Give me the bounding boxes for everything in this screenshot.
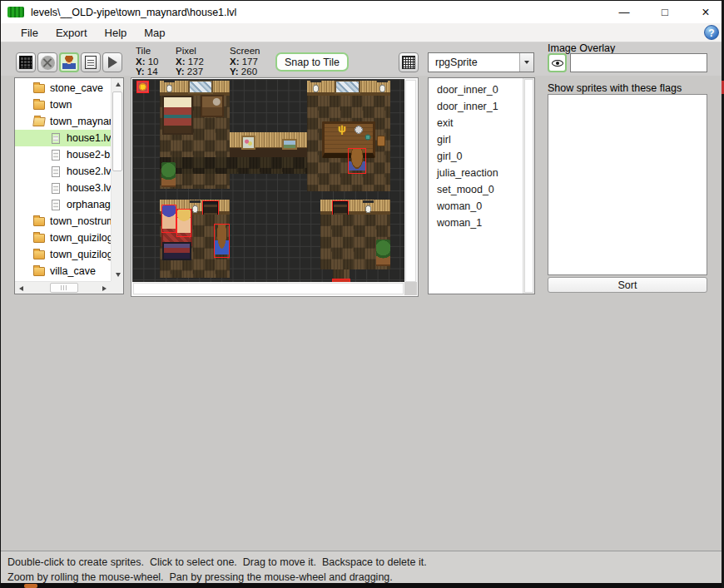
tree-item-house2-lvl[interactable]: house2.lvl bbox=[15, 163, 111, 180]
status-line-1: Double-click to create sprites. Click to… bbox=[7, 551, 724, 568]
coord-header: Screen bbox=[230, 46, 270, 57]
toolbar: TileX: 10Y: 14PixelX: 172Y: 237ScreenX: … bbox=[1, 42, 724, 76]
close-button[interactable]: × bbox=[699, 5, 712, 20]
sprite-item-door_inner_1[interactable]: door_inner_1 bbox=[429, 98, 523, 115]
scroll-right-button[interactable] bbox=[98, 282, 111, 294]
sprite-type-value: rpgSprite bbox=[435, 57, 519, 68]
coord-header: Pixel bbox=[176, 46, 230, 57]
scroll-up-button[interactable] bbox=[112, 78, 124, 91]
tree-item-house3-lvl[interactable]: house3.lvl bbox=[15, 180, 111, 196]
map-horizontal-scrollbar[interactable] bbox=[132, 282, 404, 295]
scroll-down-button[interactable] bbox=[112, 269, 124, 281]
tree-item-town-quizilog-[interactable]: town_quizilog_ bbox=[15, 246, 111, 263]
menu-export[interactable]: Export bbox=[56, 27, 87, 39]
sprite-item-woman_1[interactable]: woman_1 bbox=[429, 215, 523, 231]
tree-item-town-quizilog[interactable]: town_quizilog bbox=[15, 230, 111, 246]
sprite-item-woman_0[interactable]: woman_0 bbox=[429, 198, 523, 215]
status-line-2: Zoom by rolling the mouse-wheel. Pan by … bbox=[7, 568, 724, 583]
grid-icon bbox=[19, 56, 32, 69]
file-icon bbox=[52, 200, 60, 210]
menu-file[interactable]: File bbox=[21, 27, 38, 39]
tree-item-house2-b-lvl[interactable]: house2-b.lvl bbox=[15, 146, 111, 163]
map-npc-curly[interactable] bbox=[349, 149, 365, 173]
scrollbar-thumb[interactable] bbox=[524, 79, 533, 293]
coord-header: Tile bbox=[136, 46, 176, 57]
tree-item-label: town_quizilog bbox=[50, 232, 111, 244]
grid-icon bbox=[402, 56, 415, 69]
grid-button[interactable] bbox=[16, 52, 36, 72]
tree-item-town-maynard[interactable]: town_maynard bbox=[15, 113, 111, 130]
image-overlay-input[interactable] bbox=[570, 53, 707, 72]
tree-horizontal-scrollbar[interactable] bbox=[15, 281, 111, 294]
map-floor-dark bbox=[160, 157, 307, 174]
sprite-item-exit[interactable]: exit bbox=[429, 115, 523, 131]
sprite-item-door_inner_0[interactable]: door_inner_0 bbox=[429, 82, 523, 98]
sprite-list-items: door_inner_0door_inner_1exitgirlgirl_0ju… bbox=[429, 82, 523, 294]
tiles-tool-button[interactable] bbox=[37, 52, 57, 72]
tree-item-label: orphanage.lvl bbox=[67, 199, 111, 210]
maximize-button[interactable]: □ bbox=[658, 6, 672, 18]
tree-item-label: stone_cave bbox=[50, 82, 103, 94]
file-icon bbox=[52, 133, 60, 144]
properties-button[interactable] bbox=[81, 52, 101, 72]
sprite-tool-button[interactable] bbox=[59, 52, 79, 72]
map-npc-blonde[interactable] bbox=[177, 210, 191, 236]
chevron-down-icon[interactable] bbox=[519, 53, 533, 72]
sprite-list-scrollbar[interactable] bbox=[523, 78, 534, 294]
tree-item-town-nostrum[interactable]: town_nostrum bbox=[15, 213, 111, 230]
tree-item-orphanage-lvl[interactable]: orphanage.lvl bbox=[15, 196, 111, 213]
character-sprite-icon bbox=[62, 56, 76, 70]
tree-item-house1-lvl[interactable]: house1.lvl bbox=[15, 130, 111, 146]
map-picture-landscape bbox=[282, 139, 297, 150]
app-icon bbox=[7, 7, 24, 17]
map-teapot bbox=[354, 125, 364, 134]
image-overlay-label: Image Overlay bbox=[548, 42, 707, 52]
sprite-item-girl_0[interactable]: girl_0 bbox=[429, 148, 523, 165]
sprite-item-julia_reaction[interactable]: julia_reaction bbox=[429, 165, 523, 181]
scrollbar-thumb[interactable] bbox=[405, 80, 416, 282]
map-npc-girl[interactable] bbox=[215, 225, 229, 257]
tree-item-stone-cave[interactable]: stone_cave bbox=[15, 80, 111, 96]
folder-icon bbox=[33, 234, 45, 243]
tree-item-villa-cave[interactable]: villa_cave bbox=[15, 263, 111, 279]
tree-item-town[interactable]: town bbox=[15, 96, 111, 113]
menu-bar: FileExportHelpMap ? bbox=[1, 23, 724, 42]
pixel-x: X: 172 bbox=[176, 57, 230, 67]
help-icon[interactable]: ? bbox=[704, 25, 719, 40]
map-chair bbox=[377, 136, 385, 146]
map-wall bbox=[320, 200, 390, 215]
snap-to-tile-button[interactable]: Snap to Tile bbox=[275, 52, 349, 72]
tree-item-label: town_quizilog_ bbox=[50, 249, 111, 260]
menu-help[interactable]: Help bbox=[105, 27, 127, 39]
sprite-item-set_mood_0[interactable]: set_mood_0 bbox=[429, 181, 523, 198]
folder-icon bbox=[33, 84, 45, 93]
map-npc-blue[interactable] bbox=[162, 205, 176, 232]
flags-listbox[interactable] bbox=[548, 94, 707, 275]
coordinate-readout: TileX: 10Y: 14PixelX: 172Y: 237ScreenX: … bbox=[136, 43, 270, 77]
screen-x: X: 177 bbox=[230, 57, 270, 67]
play-button[interactable] bbox=[102, 52, 122, 72]
map-canvas[interactable]: ψ bbox=[132, 79, 404, 283]
sort-button[interactable]: Sort bbox=[548, 277, 707, 293]
eye-toggle-button[interactable] bbox=[548, 53, 567, 72]
tree-item-label: town bbox=[50, 99, 72, 111]
menu-map[interactable]: Map bbox=[144, 27, 165, 39]
scrollbar-thumb[interactable] bbox=[133, 283, 404, 294]
grid-overlay-button[interactable] bbox=[399, 52, 419, 72]
tree-vertical-scrollbar[interactable] bbox=[111, 78, 123, 281]
scrollbar-thumb[interactable] bbox=[50, 283, 78, 293]
map-plant bbox=[376, 240, 390, 266]
map-vertical-scrollbar[interactable] bbox=[404, 79, 417, 283]
map-exit-tile[interactable] bbox=[137, 82, 148, 92]
minimize-button[interactable]: — bbox=[617, 6, 631, 18]
map-bed-dark bbox=[162, 242, 191, 260]
sprite-item-girl[interactable]: girl bbox=[429, 131, 523, 148]
folder-icon bbox=[33, 101, 45, 110]
map-window bbox=[188, 81, 213, 94]
scroll-left-button[interactable] bbox=[15, 282, 27, 294]
sprite-type-dropdown[interactable]: rpgSprite bbox=[428, 52, 534, 72]
scrollbar-thumb[interactable] bbox=[112, 91, 122, 171]
image-overlay-row bbox=[548, 53, 707, 72]
desktop-fragment bbox=[24, 584, 37, 588]
tree-item-label: house2.lvl bbox=[67, 166, 111, 177]
